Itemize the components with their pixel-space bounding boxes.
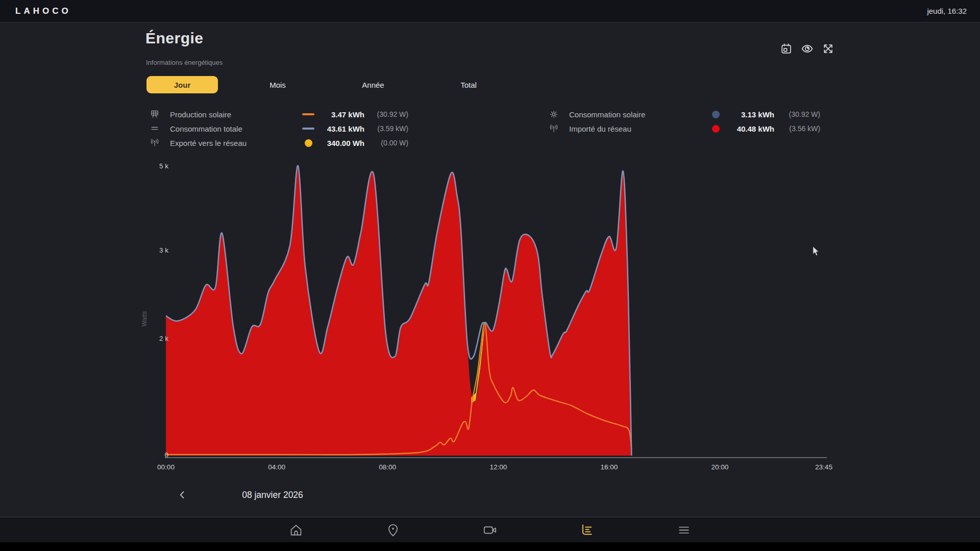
y-tick-label: 5 k xyxy=(145,162,168,170)
grid-import-area xyxy=(166,166,631,456)
y-tick-label: 0 xyxy=(145,451,168,459)
chevron-left-icon[interactable] xyxy=(174,485,191,505)
nav-camera-icon[interactable] xyxy=(482,522,498,538)
energy-app: { "top_bar": { "logo": "LAHOCO", "dateti… xyxy=(0,0,980,551)
nav-home-icon[interactable] xyxy=(288,522,304,538)
bottom-black-strip xyxy=(0,542,980,551)
x-tick-label: 08:00 xyxy=(379,463,396,471)
bottom-nav-bar xyxy=(0,517,980,543)
nav-chart-icon[interactable] xyxy=(579,522,595,538)
x-tick-label: 12:00 xyxy=(489,463,507,471)
nav-menu-icon[interactable] xyxy=(676,522,692,538)
app-logo: LAHOCO xyxy=(15,6,71,16)
x-tick-label: 16:00 xyxy=(600,463,618,471)
x-tick-label: 20:00 xyxy=(712,463,729,471)
x-tick-label: 00:00 xyxy=(157,463,175,471)
y-tick-label: 3 k xyxy=(145,246,168,254)
mouse-cursor xyxy=(812,246,821,257)
x-tick-label: 04:00 xyxy=(268,463,285,471)
current-date-label[interactable]: 08 janvier 2026 xyxy=(191,490,354,500)
y-axis-title: Watts xyxy=(141,311,148,327)
y-tick-label: 2 k xyxy=(145,334,168,342)
nav-location-icon[interactable] xyxy=(385,522,401,538)
top-bar: LAHOCO jeudi, 16:32 xyxy=(0,0,980,22)
date-navigation: 08 janvier 2026 xyxy=(174,485,354,505)
datetime-label: jeudi, 16:32 xyxy=(927,7,967,15)
x-tick-label: 23:45 xyxy=(815,463,832,471)
